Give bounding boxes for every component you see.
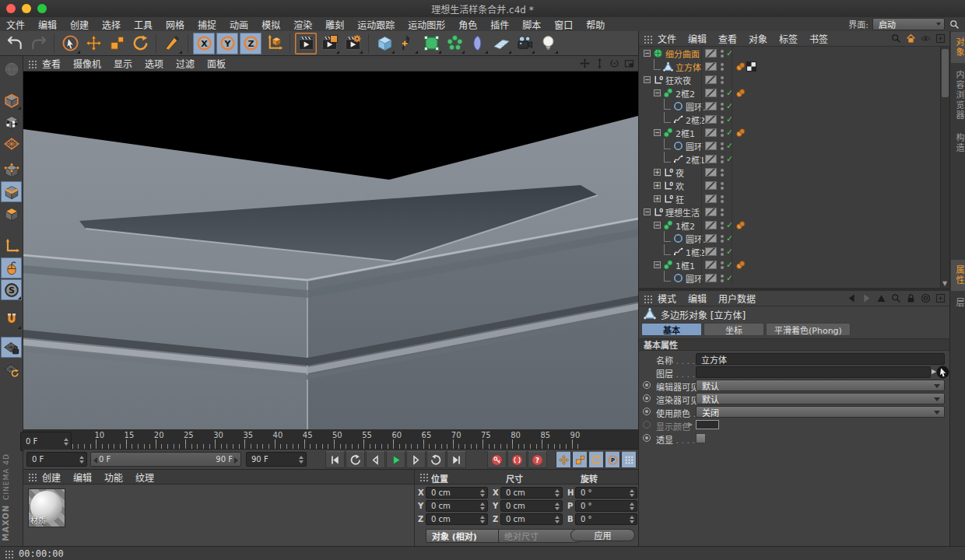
phong-tag-icon[interactable] [735, 88, 746, 98]
timeline-ruler[interactable]: 051015202530354045505560657075808590 0 F [23, 429, 638, 450]
tree-scrollbar[interactable]: ▼ [940, 47, 949, 288]
编辑器可见-dropdown[interactable]: 默认 [696, 380, 945, 391]
render-settings-button[interactable] [342, 33, 363, 54]
viewport-menu-item-1[interactable]: 摄像机 [73, 57, 101, 70]
visibility-dots[interactable] [721, 222, 724, 229]
axis-x-button[interactable]: X [193, 33, 215, 54]
polygons-mode-button[interactable] [1, 203, 22, 224]
object-label[interactable]: 细分曲面 [665, 47, 700, 60]
key-parameter-toggle[interactable]: P [605, 451, 620, 468]
points-mode-button[interactable] [1, 159, 22, 180]
object-tree-row[interactable]: −0理想生活 [639, 205, 949, 219]
object-label[interactable]: 狂欢夜 [665, 74, 691, 86]
target-icon[interactable] [920, 292, 932, 304]
attribute-manager-menu-item-1[interactable]: 编辑 [688, 292, 707, 305]
layer-swatch[interactable] [705, 234, 717, 243]
coord-位置-Z-field[interactable]: 0 cm [426, 513, 488, 525]
visibility-dots[interactable] [721, 261, 724, 269]
scrollbar-thumb[interactable] [942, 49, 949, 97]
xray-checkbox[interactable] [696, 433, 706, 443]
expand-toggle[interactable]: − [654, 261, 661, 268]
end-frame-field[interactable]: 90 F [246, 452, 307, 467]
menu-item-16[interactable]: 窗口 [554, 18, 573, 31]
primitive-cube-button[interactable] [374, 33, 395, 54]
render-picture-viewer-button[interactable] [318, 33, 340, 54]
object-tree-row[interactable]: 2框2✓ [639, 113, 949, 126]
texture-mode-button[interactable] [1, 111, 22, 132]
tab-基本[interactable]: 基本 [641, 323, 702, 336]
coord-位置-X-field[interactable]: 0 cm [426, 487, 488, 499]
light-button[interactable] [537, 33, 559, 54]
object-tree-row[interactable]: −2框1✓ [639, 126, 949, 139]
edges-mode-button[interactable] [1, 181, 22, 202]
object-label[interactable]: 1框2 [676, 219, 695, 232]
interface-dropdown[interactable]: 启动 [872, 18, 945, 30]
panel-grip[interactable] [27, 59, 37, 68]
mograph-cloner-button[interactable] [444, 33, 465, 54]
home-icon[interactable] [905, 33, 917, 44]
viewport-menu-item-0[interactable]: 查看 [42, 57, 61, 70]
play-button[interactable] [386, 451, 405, 468]
object-label[interactable]: 立方体 [676, 61, 701, 73]
maximize-view-icon[interactable] [623, 58, 635, 69]
coord-mode-dropdown[interactable]: 对象 (相对) [426, 529, 508, 543]
layer-swatch[interactable] [705, 274, 717, 282]
expand-toggle[interactable]: + [654, 182, 661, 189]
layer-swatch[interactable] [705, 155, 717, 163]
object-manager-menu-item-0[interactable]: 文件 [658, 32, 676, 45]
object-label[interactable]: 2框2 [676, 87, 695, 100]
side-tab-对象[interactable]: 对象 [951, 32, 965, 63]
animation-dot-icon[interactable] [643, 434, 651, 442]
scale-button[interactable] [106, 33, 128, 54]
layer-input[interactable] [696, 366, 931, 378]
object-tree-row[interactable]: 圆环✓ [639, 139, 949, 152]
visibility-dots[interactable] [721, 182, 724, 190]
render-view-button[interactable] [295, 33, 317, 54]
camera-button[interactable] [514, 33, 535, 54]
live-selection-button[interactable] [59, 33, 81, 54]
texture-tag-icon[interactable] [746, 61, 756, 72]
expand-toggle[interactable]: − [654, 89, 661, 96]
display-color-swatch[interactable] [696, 420, 719, 429]
object-manager-menu-item-3[interactable]: 对象 [749, 32, 767, 45]
prev-frame-button[interactable] [366, 451, 385, 468]
object-tree-row[interactable]: 1框2✓ [639, 245, 949, 258]
menu-item-13[interactable]: 角色 [458, 18, 477, 31]
up-icon[interactable] [876, 292, 887, 304]
model-mode-button[interactable] [1, 89, 22, 110]
goto-start-button[interactable] [325, 451, 345, 468]
visibility-dots[interactable] [721, 169, 724, 177]
menu-item-3[interactable]: 选择 [102, 18, 121, 31]
workplane-mode-button[interactable] [1, 133, 22, 154]
material-menu-item-2[interactable]: 功能 [104, 471, 123, 484]
play-reverse-button[interactable] [346, 451, 365, 468]
layer-swatch[interactable] [705, 102, 717, 110]
coord-旋转-H-field[interactable]: 0 ° [575, 487, 637, 499]
object-manager-menu-item-4[interactable]: 标签 [779, 32, 798, 45]
attribute-manager-menu-item-0[interactable]: 模式 [658, 292, 676, 305]
coordinate-system-button[interactable] [263, 33, 285, 54]
key-pla-toggle[interactable] [621, 451, 637, 468]
animation-dot-icon[interactable] [643, 381, 651, 389]
object-tree-row[interactable]: −2框2✓ [639, 86, 949, 100]
snap-toggle-button[interactable]: S [1, 279, 22, 300]
coord-旋转-P-field[interactable]: 0 ° [575, 500, 637, 512]
menu-item-10[interactable]: 雕刻 [325, 18, 344, 31]
layer-pick-icon[interactable] [935, 365, 950, 380]
undo-button[interactable] [4, 33, 26, 54]
coord-尺寸-X-field[interactable]: 0 cm [500, 487, 563, 499]
menu-item-15[interactable]: 脚本 [522, 18, 541, 31]
visibility-dots[interactable] [721, 76, 724, 84]
search-icon[interactable] [949, 19, 960, 30]
menu-item-11[interactable]: 运动跟踪 [357, 18, 395, 31]
layer-swatch[interactable] [705, 221, 717, 229]
basic-properties-section[interactable]: 基本属性 [639, 338, 949, 351]
expand-toggle[interactable]: − [644, 208, 651, 215]
menu-item-7[interactable]: 动画 [230, 18, 248, 31]
phong-tag-icon[interactable] [735, 61, 746, 72]
object-tree-row[interactable]: 圆环.1✓ [639, 100, 949, 113]
object-label[interactable]: 欢 [676, 180, 684, 192]
material-menu-item-0[interactable]: 创建 [42, 471, 61, 484]
expand-toggle[interactable]: − [644, 76, 651, 83]
menu-item-12[interactable]: 运动图形 [408, 18, 445, 31]
